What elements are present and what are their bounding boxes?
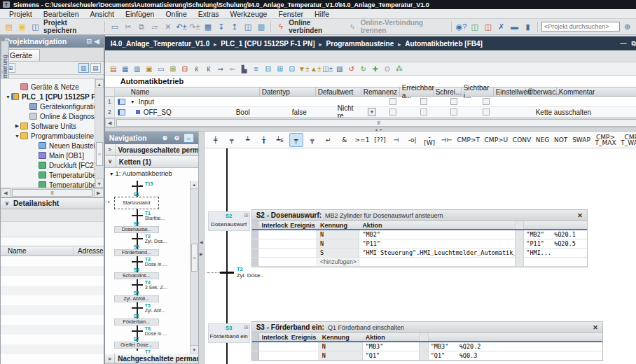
action-row[interactable]: N "P11" "P11" %Q20.5 [252,239,587,248]
stop-cpu-icon[interactable]: ▥ [255,21,267,33]
open-simultaneous-branch-icon[interactable]: ╦ [305,133,319,147]
convert-icon[interactable]: CONV [511,133,532,147]
horizontal-splitter[interactable]: ◀ ▶ [199,132,205,364]
step-s2[interactable]: S2 ⊞ ⋯ Dosenauswurf [208,211,250,231]
section-following-operations[interactable]: > Nachgeschaltete perman... [105,354,198,364]
online-connect-button[interactable]: Online verbinden [289,19,342,34]
interface-row-off-sq[interactable]: 2 OFF_SQ Bool false Nicht re...▼ Kette a… [105,107,636,118]
float-icon[interactable]: ⧉ [632,40,636,48]
scroll-left-icon[interactable]: ◀ [105,118,115,127]
minimap-node[interactable]: S4 Schokolins... [114,267,159,279]
zoom-in-icon[interactable]: ⊕ [160,133,170,143]
snapshot-icon[interactable]: ◫± [322,64,333,74]
scroll-right-icon[interactable]: ▶ [94,188,104,197]
print-icon[interactable]: ▭ [109,21,120,33]
chevron-right-icon[interactable]: > [105,144,116,155]
step-s3[interactable]: S3 ⊞ ⋯ Förderband ein [208,323,250,343]
delete-icon[interactable]: ✕ [162,21,174,33]
copy-icon[interactable]: ⧉ [135,21,147,33]
action-row[interactable]: N "Q1" "Q1" %Q0.3 [252,351,602,360]
insert-jump-icon[interactable]: ╁ [257,133,271,147]
negation-icon[interactable]: NEG [534,133,551,147]
expander-icon[interactable]: ▼ [130,99,137,104]
minimap-node[interactable]: S2 Dosenausw... [114,221,159,233]
not-icon[interactable]: NOT [553,133,569,147]
cmp-t-max-icon[interactable]: CMP> T_MAX [594,133,618,147]
menu-item[interactable]: Ansicht [85,10,118,18]
menu-item[interactable]: Bearbeiten [39,10,84,18]
diagnostics-icon[interactable]: ✚ [370,64,381,74]
compile-icon[interactable]: ▦ [202,21,214,33]
expand-all-icon[interactable]: ⊟ [263,64,274,74]
tree-vertical-scrollbar[interactable]: ▲ ≡ ▼ [95,79,104,188]
minimize-icon[interactable]: — [621,40,627,47]
minimap-node[interactable]: T3 Dose in ... [105,256,190,267]
comments-icon[interactable]: ▭ [155,64,167,74]
column-view-icon[interactable]: ▥ [78,63,89,73]
network-view-icon[interactable]: ▥ [132,64,143,74]
rename-icon[interactable]: ĸ̇ [191,64,202,74]
action-row[interactable]: S "HMI Steuerung".HMI_Leuchtmelder_Autom… [252,248,587,258]
align-left-icon[interactable]: ≡ [251,64,262,74]
collapse-left-icon[interactable]: ◀ [200,239,203,244]
menu-item[interactable]: Online [160,10,191,18]
paste-special-icon[interactable]: ⇐ [227,64,238,74]
col-sichtbar[interactable]: Sichtbar i... [462,88,494,96]
split-vertical-icon[interactable]: ▮ [522,21,534,33]
accessible-devices-icon[interactable]: ◉? [455,21,467,33]
col-ueberwachung[interactable]: Überwac.. [526,88,557,96]
chain-title[interactable]: ▼ 1: Automatikbetrieb [105,168,198,177]
keep-layout-icon[interactable]: ▙ [239,64,250,74]
close-icon[interactable]: ✕ [577,212,583,219]
scroll-left-icon[interactable]: ◀ [1,188,11,197]
tree-item[interactable]: Main [OB1] [1,150,95,160]
checkbox[interactable] [450,98,457,105]
insert-step-transition-icon[interactable]: ╪ [209,133,223,147]
paste-icon[interactable]: ▱ [148,21,160,33]
col-einstellwert[interactable]: Einstellwert [494,88,526,96]
monitor-off-icon[interactable]: ↺ [346,64,357,74]
block-view-icon[interactable]: ▦ [120,64,131,74]
checkbox[interactable] [450,108,457,115]
new-project-icon[interactable]: ▤ [3,21,15,33]
section-chains[interactable]: ∨ Ketten (1) [105,156,198,168]
chevron-down-icon[interactable]: ∨ [105,156,116,167]
retain-down-icon[interactable]: ▼± [298,64,310,74]
negated-contact-icon[interactable]: -o| [406,133,420,147]
tree-item[interactable]: Druckluft [FC2] [1,160,95,170]
checkbox[interactable] [389,98,396,105]
expander-icon[interactable]: ▼ [109,172,116,176]
minimap-node[interactable]: S6 Förderban... [114,314,159,326]
start-cpu-icon[interactable]: ◫ [242,21,254,33]
tree-item[interactable]: ▼ Programmbausteine [1,131,95,141]
menu-item[interactable]: Werkzeuge [226,10,272,18]
cut-icon[interactable]: ✂ [122,21,134,33]
minimap-node[interactable]: T2 Zyl. Dos... [105,233,190,244]
delete-network-icon[interactable]: ⊟ [179,64,191,74]
close-icon[interactable]: ✕ [593,324,598,331]
action-row[interactable]: N "MB3" "MB3" %Q20.2 [252,342,602,351]
start-simulation-icon[interactable]: ◫ [469,21,481,33]
breadcrumb-item[interactable]: Programmbausteine [315,40,394,48]
menu-item[interactable]: Hilfe [310,10,334,18]
minimap-node[interactable]: T5 Zyl. Abf... [105,302,190,314]
options-icon[interactable]: ⁂ [394,64,405,74]
tree-item[interactable]: ▶ Software Units [1,121,95,131]
goto-icon[interactable]: ⇒ [215,64,226,74]
action-row[interactable]: <hinzufügen> [252,258,587,267]
or-box-icon[interactable]: >=1 [354,133,371,147]
retain-up-icon[interactable]: ▲± [310,64,322,74]
scrollbar-handle[interactable]: ≡ [96,142,103,166]
minimap-node[interactable]: T15 [105,181,190,192]
cmp-gt-u-icon[interactable]: CMP>U [483,133,509,147]
tree-item[interactable]: ▼ PLC_1 [CPU 1512SP F-1 ... [1,92,95,102]
save-project-button[interactable]: Projekt speichern [43,19,98,34]
tree-horizontal-scrollbar[interactable]: ◀ Ⅲ ▶ [1,188,104,197]
save-project-icon[interactable]: ◫ [29,21,41,33]
col-name[interactable]: Name [129,88,260,96]
comparator-icon[interactable]: ⊣⊢ [440,133,454,147]
menu-item[interactable]: Projekt [4,10,37,18]
interface-horizontal-scrollbar[interactable]: ◀ Ⅲ ▶ [105,118,636,127]
collapse-panel-icon[interactable]: ◀ [95,38,99,45]
stop-simulation-icon[interactable]: ◫ [482,21,494,33]
